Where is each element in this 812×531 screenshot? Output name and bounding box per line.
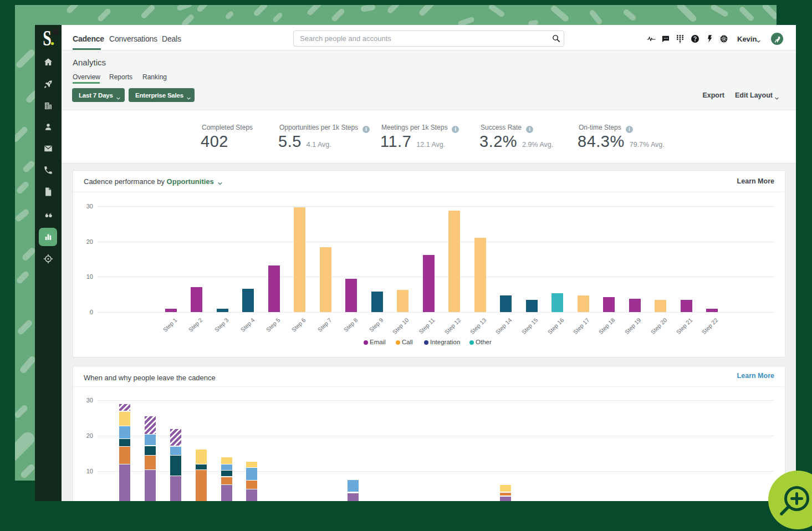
svg-text:S: S — [43, 26, 52, 50]
